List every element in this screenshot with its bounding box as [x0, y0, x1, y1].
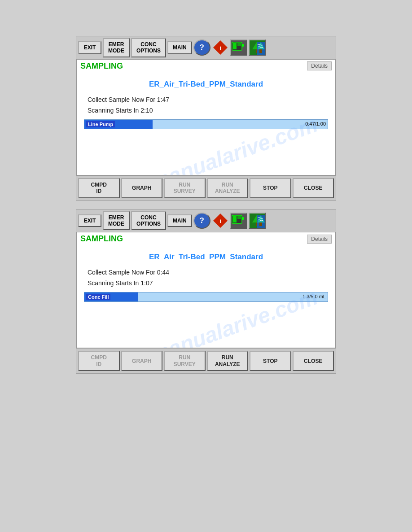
cmpd-id-button-2[interactable]: CMPD ID — [78, 351, 120, 371]
progress-bar-1: Line Pump 0:47/1:00 — [84, 119, 328, 129]
collect-sample-2: Collect Sample Now For 0:44 — [88, 269, 328, 276]
svg-text:i: i — [219, 44, 221, 51]
details-button-1[interactable]: Details — [307, 61, 332, 70]
content-area-1: ER_Air_Tri-Bed_PPM_Standard Collect Samp… — [76, 73, 336, 176]
svg-rect-3 — [233, 43, 237, 49]
svg-rect-21 — [259, 222, 262, 226]
info-icon-2[interactable]: i — [212, 213, 229, 229]
progress-value-2: 1.3/5.0 mL — [302, 294, 326, 299]
close-button-2[interactable]: CLOSE — [293, 351, 334, 371]
toolbar-1: EXIT EMER MODE CONC OPTIONS MAIN ? i — [76, 36, 336, 60]
progress-value-1: 0:47/1:00 — [305, 121, 326, 126]
sampling-header-2: SAMPLING Details — [76, 232, 336, 245]
svg-rect-10 — [259, 49, 262, 53]
help-icon-1[interactable]: ? — [193, 39, 210, 56]
emer-mode-button-1[interactable]: EMER MODE — [103, 38, 130, 57]
run-survey-button-1[interactable]: RUN SURVEY — [164, 178, 206, 198]
toolbar-2: EXIT EMER MODE CONC OPTIONS MAIN ? i — [76, 209, 336, 233]
device-icon-2[interactable] — [230, 213, 247, 229]
main-button-1[interactable]: MAIN — [167, 41, 192, 54]
stop-button-2[interactable]: STOP — [250, 351, 291, 371]
svg-rect-16 — [242, 217, 244, 220]
method-title-2: ER_Air_Tri-Bed_PPM_Standard — [84, 253, 328, 262]
conc-options-button-2[interactable]: CONC OPTIONS — [131, 211, 166, 231]
run-analyze-button-1[interactable]: RUN ANALYZE — [207, 178, 249, 198]
run-analyze-button-2[interactable]: RUN ANALYZE — [207, 351, 249, 371]
exit-button-2[interactable]: EXIT — [78, 214, 101, 227]
conc-options-button-1[interactable]: CONC OPTIONS — [131, 38, 166, 57]
info-icon-1[interactable]: i — [212, 39, 229, 56]
content-area-2: ER_Air_Tri-Bed_PPM_Standard Collect Samp… — [76, 245, 336, 349]
sampling-header-1: SAMPLING Details — [76, 60, 336, 73]
device-icon-1[interactable] — [230, 39, 247, 56]
collect-sample-1: Collect Sample Now For 1:47 — [88, 96, 328, 103]
environment-icon-2[interactable] — [249, 213, 266, 229]
bottom-toolbar-2: CMPD ID GRAPH RUN SURVEY RUN ANALYZE STO… — [76, 349, 336, 374]
help-icon-2[interactable]: ? — [193, 213, 210, 229]
exit-button-1[interactable]: EXIT — [78, 41, 101, 54]
svg-rect-14 — [233, 216, 237, 222]
method-title-1: ER_Air_Tri-Bed_PPM_Standard — [84, 80, 328, 89]
cmpd-id-button-1[interactable]: CMPD ID — [78, 178, 120, 198]
close-button-1[interactable]: CLOSE — [293, 178, 334, 198]
run-survey-button-2[interactable]: RUN SURVEY — [164, 351, 206, 371]
svg-rect-5 — [242, 44, 244, 47]
graph-button-1[interactable]: GRAPH — [121, 178, 163, 198]
svg-text:i: i — [219, 218, 221, 224]
progress-label-1: Line Pump — [86, 121, 115, 127]
main-button-2[interactable]: MAIN — [167, 214, 192, 227]
progress-label-2: Conc Fill — [86, 294, 110, 300]
details-button-2[interactable]: Details — [307, 235, 332, 244]
sampling-title-2: SAMPLING — [80, 234, 123, 244]
scanning-starts-1: Scanning Starts In 2:10 — [88, 107, 328, 114]
bottom-toolbar-1: CMPD ID GRAPH RUN SURVEY RUN ANALYZE STO… — [76, 176, 336, 201]
environment-icon-1[interactable] — [249, 39, 266, 56]
svg-rect-4 — [237, 43, 241, 46]
emer-mode-button-2[interactable]: EMER MODE — [103, 211, 130, 231]
scanning-starts-2: Scanning Starts In 1:07 — [88, 279, 328, 287]
sampling-title-1: SAMPLING — [80, 61, 123, 71]
stop-button-1[interactable]: STOP — [250, 178, 291, 198]
progress-bar-2: Conc Fill 1.3/5.0 mL — [84, 292, 328, 302]
graph-button-2[interactable]: GRAPH — [121, 351, 163, 371]
svg-rect-15 — [237, 216, 241, 219]
